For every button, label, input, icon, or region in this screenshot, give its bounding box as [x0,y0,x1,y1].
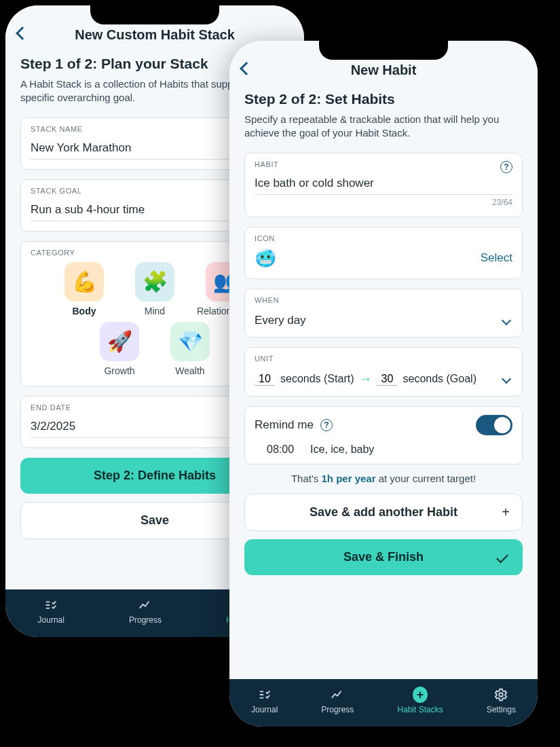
back-icon[interactable] [240,62,253,75]
chevron-down-icon[interactable] [502,374,511,384]
when-label: WHEN [255,296,512,304]
summary-highlight: 1h per year [321,473,375,484]
category-icon: 💎 [170,322,210,361]
help-icon[interactable]: ? [320,419,333,431]
help-icon[interactable]: ? [500,161,512,173]
category-label: Mind [145,306,165,316]
save-finish-label: Save & Finish [343,550,424,564]
nav-progress[interactable]: Progress [321,687,354,714]
habit-icon-emoji: 🥶 [255,248,276,269]
save-label: Save [141,513,169,528]
bottom-nav: JournalProgress+Habit StacksSettings [229,679,538,727]
nav-label: Habit Stacks [397,705,443,714]
category-body[interactable]: 💪Body [58,262,111,316]
unit-goal-input[interactable] [377,373,397,386]
check-icon [496,551,508,563]
habit-card: HABIT ? 23/64 [244,153,523,217]
content: Step 2 of 2: Set Habits Specify a repeat… [229,83,538,679]
category-label: Wealth [175,365,204,376]
remind-card: Remind me ? 08:00 Ice, ice, baby [244,406,523,464]
when-card[interactable]: WHEN Every day [244,289,523,338]
nav-label: Progress [321,705,354,714]
unit-label: UNIT [255,354,512,363]
icon-select-link[interactable]: Select [481,251,512,265]
summary-text: That's 1h per year at your current targe… [244,473,523,484]
nav-settings[interactable]: Settings [487,687,516,714]
category-growth[interactable]: 🚀Growth [93,322,146,376]
define-habits-label: Step 2: Define Habits [94,469,216,483]
page-title: New Custom Habit Stack [75,27,235,43]
add-another-button[interactable]: Save & add another Habit + [244,494,523,531]
category-icon: 🧩 [135,262,174,302]
plus-icon: + [502,505,510,520]
unit-start-input[interactable] [255,373,275,386]
category-label: Growth [104,365,134,376]
category-icon: 💪 [64,262,104,302]
nav-progress[interactable]: Progress [129,598,162,625]
add-another-label: Save & add another Habit [310,505,458,520]
chevron-down-icon [502,315,511,325]
step-description: Specify a repeatable & trackable action … [244,113,523,141]
char-count: 23/64 [255,198,512,207]
gear-icon [493,687,508,702]
category-label: Body [73,306,96,316]
progress-icon [138,598,153,613]
remind-toggle[interactable] [476,415,512,435]
progress-icon [330,687,345,702]
remind-time[interactable]: 08:00 [267,443,294,456]
nav-habit-stacks[interactable]: +Habit Stacks [397,687,443,714]
back-icon[interactable] [16,26,29,40]
svg-point-0 [500,693,504,697]
icon-card: ICON 🥶 Select [244,227,523,279]
unit-card: UNIT seconds (Start) → seconds (Goal) [244,347,523,397]
journal-icon [43,598,58,613]
journal-icon [257,687,272,702]
remind-label: Remind me [255,418,314,432]
notch [319,41,448,60]
category-wealth[interactable]: 💎Wealth [164,322,217,376]
nav-journal[interactable]: Journal [38,598,64,625]
page-title: New Habit [351,62,417,78]
when-value: Every day [255,314,306,327]
notch [90,5,219,24]
unit-goal-text: seconds (Goal) [403,373,477,385]
plus-circle-icon: + [413,687,428,702]
unit-start-text: seconds (Start) [280,373,354,385]
category-mind[interactable]: 🧩Mind [128,262,181,316]
arrow-right-icon: → [359,372,371,386]
nav-label: Journal [38,615,64,625]
step-heading: Step 2 of 2: Set Habits [244,91,523,107]
remind-message[interactable]: Ice, ice, baby [310,443,374,456]
phone-step2: New Habit Step 2 of 2: Set Habits Specif… [229,41,538,727]
nav-label: Journal [251,705,278,714]
habit-label: HABIT [255,160,278,168]
category-icon: 🚀 [100,322,139,361]
save-finish-button[interactable]: Save & Finish [244,539,523,575]
icon-label: ICON [255,234,512,242]
habit-input[interactable] [255,174,512,195]
nav-journal[interactable]: Journal [251,687,278,714]
nav-label: Settings [487,705,516,714]
nav-label: Progress [129,615,162,625]
